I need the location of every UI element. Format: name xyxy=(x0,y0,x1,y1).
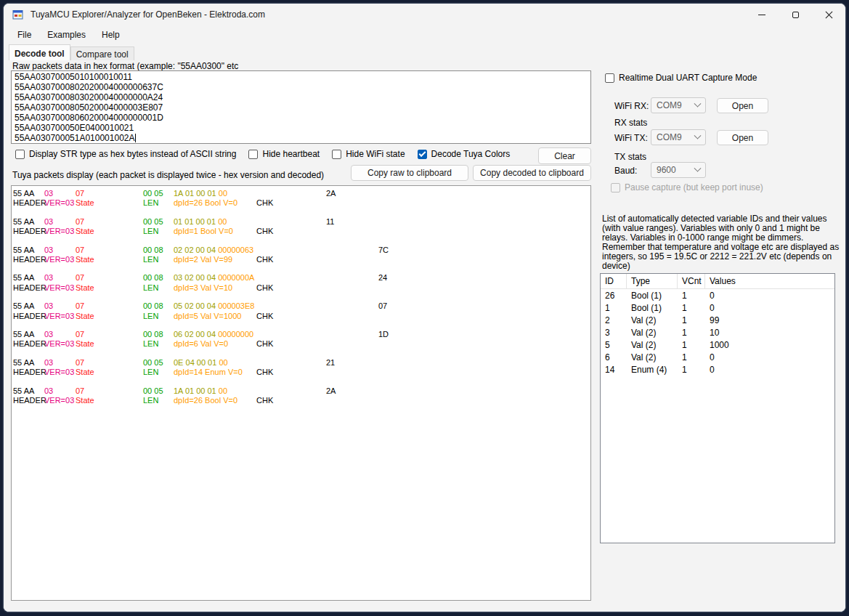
checkbox-box xyxy=(332,150,341,159)
checkbox-label: Hide heartbeat xyxy=(262,149,320,159)
title-bar[interactable]: TuyaMCU Explorer/Analyzer for OpenBeken … xyxy=(4,4,845,25)
packet-hex-line: 55 AA030700 051A 01 00 01 002A xyxy=(12,189,590,198)
packet-decoded-line: HEADERVER=03StateLENdpId=2 Val V=99CHK xyxy=(12,255,590,264)
menu-help[interactable]: Help xyxy=(94,26,128,44)
wifi-rx-open-button[interactable]: Open xyxy=(717,98,768,113)
baud-label: Baud: xyxy=(614,166,637,176)
checkbox-box xyxy=(418,150,427,159)
maximize-button[interactable] xyxy=(779,4,812,25)
menu-file[interactable]: File xyxy=(9,26,39,44)
option-checkbox-decode-tuya-colors[interactable]: Decode Tuya Colors xyxy=(418,149,511,159)
variable-row[interactable]: 1Bool (1)10 xyxy=(601,301,834,314)
tab-decode-tool[interactable]: Decode tool xyxy=(9,44,70,60)
wifi-rx-label: WiFi RX: xyxy=(614,101,649,111)
text-caret xyxy=(135,134,136,142)
packet-entry: 55 AA030700 0501 01 00 01 0011HEADERVER=… xyxy=(12,217,590,238)
variable-row[interactable]: 3Val (2)110 xyxy=(601,326,834,339)
baud-select[interactable]: 9600 xyxy=(651,162,706,178)
raw-hex-line: 55AA03070008030200040000000A24 xyxy=(15,92,588,102)
checkbox-label: Pause capture (but keep port inuse) xyxy=(625,182,763,192)
clear-button[interactable]: Clear xyxy=(538,147,591,164)
packet-decoded-line: HEADERVER=03StateLENdpId=14 Enum V=0CHK xyxy=(12,368,590,377)
decode-tool-page: Raw packets data in hex format (example:… xyxy=(4,60,845,612)
tab-strip: Decode tool Compare tool xyxy=(4,44,845,60)
checkbox-box xyxy=(15,150,25,159)
window-title: TuyaMCU Explorer/Analyzer for OpenBeken … xyxy=(31,9,265,20)
checkbox-label: Display STR type as hex bytes instead of… xyxy=(29,149,236,159)
wifi-rx-port-select[interactable]: COM9 xyxy=(651,97,706,113)
packet-hex-line: 55 AA030700 0501 01 00 01 0011 xyxy=(12,217,590,227)
packet-decoded-line: HEADERVER=03StateLENdpId=3 Val V=10CHK xyxy=(12,283,590,293)
col-header-type[interactable]: Type xyxy=(627,274,678,288)
packet-entry: 55 AA030700 051A 01 00 01 002AHEADERVER=… xyxy=(12,386,590,407)
menu-examples[interactable]: Examples xyxy=(39,26,94,44)
raw-hex-input[interactable]: 55AA0307000501010001001155AA030700080202… xyxy=(11,70,591,144)
checkbox-label: Hide WiFi state xyxy=(346,149,405,159)
variable-row[interactable]: 6Val (2)10 xyxy=(601,351,834,363)
tab-compare-tool[interactable]: Compare tool xyxy=(70,46,134,60)
wifi-tx-open-button[interactable]: Open xyxy=(717,130,768,145)
app-window: TuyaMCU Explorer/Analyzer for OpenBeken … xyxy=(3,3,846,612)
packet-decoded-line: HEADERVER=03StateLENdpId=1 Bool V=0CHK xyxy=(12,227,590,236)
option-checkbox-hide-heartbeat[interactable]: Hide heartbeat xyxy=(248,149,320,159)
checkbox-box xyxy=(248,150,258,159)
variables-table[interactable]: ID Type VCnt Values 26Bool (1)101Bool (1… xyxy=(600,273,835,543)
raw-hex-line: 55AA030700050E0400010021 xyxy=(15,123,588,133)
option-checkbox-display-str-type-as-hex-bytes-instead-of-ascii-string[interactable]: Display STR type as hex bytes instead of… xyxy=(15,149,236,159)
combo-value: 9600 xyxy=(657,165,676,175)
checkbox-label: Realtime Dual UART Capture Mode xyxy=(619,73,757,83)
packet-hex-line: 55 AA030700 0803 02 00 04 0000000A24 xyxy=(12,273,590,283)
raw-hex-line: 55AA0307000806020004000000001D xyxy=(15,113,588,123)
chevron-down-icon xyxy=(694,131,702,139)
packets-display-label: Tuya packets display (each packet is dis… xyxy=(12,170,324,180)
checkbox-label: Decode Tuya Colors xyxy=(431,149,511,159)
packet-entry: 55 AA030700 0802 02 00 04 000000637CHEAD… xyxy=(12,246,590,266)
menu-bar: FileExamplesHelp xyxy=(4,25,845,44)
raw-hex-line: 55AA0307000805020004000003E807 xyxy=(15,102,588,113)
packet-entry: 55 AA030700 0806 02 00 04 000000001DHEAD… xyxy=(12,330,590,350)
pause-capture-checkbox: Pause capture (but keep port inuse) xyxy=(611,182,763,192)
raw-packets-label: Raw packets data in hex format (example:… xyxy=(12,61,238,71)
chevron-down-icon xyxy=(694,100,702,107)
variable-row[interactable]: 2Val (2)199 xyxy=(601,314,834,326)
variables-table-body: 26Bool (1)101Bool (1)102Val (2)1993Val (… xyxy=(601,289,834,376)
option-checkbox-hide-wifi-state[interactable]: Hide WiFi state xyxy=(332,149,405,159)
close-button[interactable] xyxy=(812,4,845,25)
combo-value: COM9 xyxy=(657,132,682,142)
rx-stats-label: RX stats xyxy=(614,118,647,128)
packet-hex-line: 55 AA030700 0802 02 00 04 000000637C xyxy=(12,246,590,255)
copy-raw-button[interactable]: Copy raw to clipboard xyxy=(351,165,468,181)
wifi-tx-label: WiFi TX: xyxy=(614,133,648,143)
combo-value: COM9 xyxy=(657,100,682,110)
variables-table-header: ID Type VCnt Values xyxy=(601,274,834,289)
raw-hex-line: 55AA0307000802020004000000637C xyxy=(15,82,588,92)
col-header-values[interactable]: Values xyxy=(705,274,834,288)
realtime-capture-checkbox[interactable]: Realtime Dual UART Capture Mode xyxy=(605,73,757,83)
col-header-id[interactable]: ID xyxy=(601,274,627,288)
variable-row[interactable]: 26Bool (1)10 xyxy=(601,289,834,301)
packet-hex-line: 55 AA030700 0805 02 00 04 000003E807 xyxy=(12,301,590,311)
copy-decoded-button[interactable]: Copy decoded to clipboard xyxy=(473,165,591,181)
packet-decoded-line: HEADERVER=03StateLENdpId=5 Val V=1000CHK xyxy=(12,312,590,321)
wifi-tx-port-select[interactable]: COM9 xyxy=(651,129,706,145)
packet-hex-line: 55 AA030700 050E 04 00 01 0021 xyxy=(12,358,590,368)
packet-entry: 55 AA030700 050E 04 00 01 0021HEADERVER=… xyxy=(12,358,590,378)
window-controls xyxy=(745,4,845,25)
minimize-icon xyxy=(758,15,765,15)
variable-row[interactable]: 14Enum (4)10 xyxy=(601,363,834,376)
minimize-button[interactable] xyxy=(745,4,779,25)
packets-display[interactable]: 55 AA030700 051A 01 00 01 002AHEADERVER=… xyxy=(11,185,591,601)
packet-hex-line: 55 AA030700 051A 01 00 01 002A xyxy=(12,386,590,396)
maximize-icon xyxy=(792,12,799,18)
app-icon xyxy=(12,9,24,20)
packet-decoded-line: HEADERVER=03StateLENdpId=6 Val V=0CHK xyxy=(12,339,590,349)
tx-stats-label: TX stats xyxy=(614,152,646,162)
col-header-vcnt[interactable]: VCnt xyxy=(678,274,705,288)
options-row: Display STR type as hex bytes instead of… xyxy=(15,147,510,161)
packet-decoded-line: HEADERVER=03StateLENdpId=26 Bool V=0CHK xyxy=(12,198,590,208)
raw-hex-line: 55AA030700051A010001002A xyxy=(15,133,588,143)
packet-entry: 55 AA030700 0805 02 00 04 000003E807HEAD… xyxy=(12,301,590,322)
packet-entry: 55 AA030700 051A 01 00 01 002AHEADERVER=… xyxy=(12,189,590,209)
variable-row[interactable]: 5Val (2)11000 xyxy=(601,339,834,351)
packet-entry: 55 AA030700 0803 02 00 04 0000000A24HEAD… xyxy=(12,273,590,293)
